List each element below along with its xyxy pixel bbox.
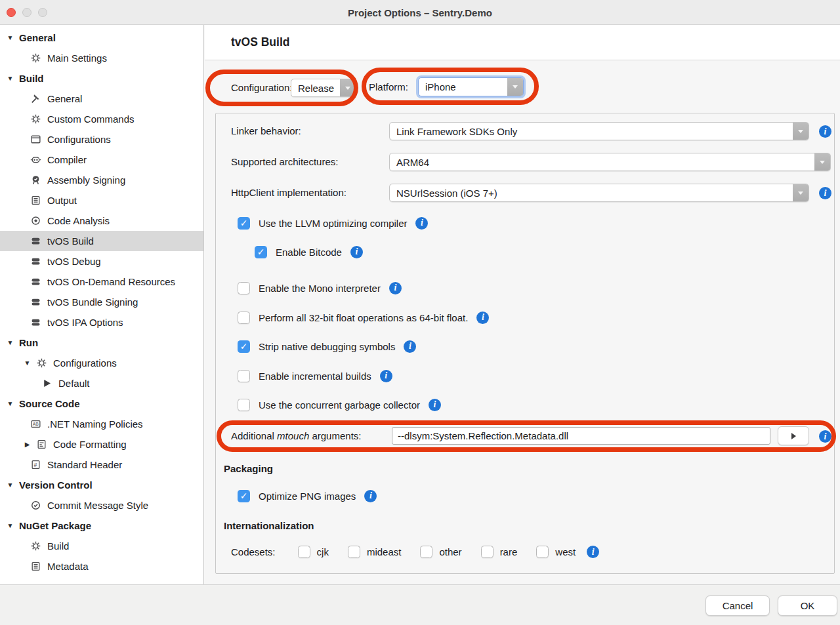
optimize-png-row: Optimize PNG images i [238,488,377,504]
sidebar-section-nuget-package[interactable]: ▼NuGet Package [0,515,203,536]
chevron-down-icon[interactable]: ▼ [7,339,14,346]
sidebar-item-tvos-build[interactable]: tvOS Build [0,231,203,251]
chevron-down-icon[interactable]: ▼ [7,400,14,407]
mtouch-arguments-label: Additional mtouch arguments: [231,430,361,443]
platform-dropdown[interactable]: iPhone [418,77,524,96]
sidebar-item-net-naming-policies[interactable]: .NET Naming Policies [0,414,203,434]
gear-icon [30,113,41,125]
sidebar-item-tvos-on-demand-resources[interactable]: tvOS On-Demand Resources [0,272,203,292]
info-icon[interactable]: i [429,399,441,411]
optimize-png-checkbox[interactable] [238,490,250,502]
stack-icon [30,235,41,247]
codeset-cjk-checkbox[interactable] [298,546,310,558]
ab-box-icon [30,418,41,430]
supported-architectures-label: Supported architectures: [231,155,338,169]
sidebar-item-tvos-debug[interactable]: tvOS Debug [0,251,203,272]
info-icon[interactable]: i [350,246,363,258]
chevron-down-icon [793,123,808,140]
mono-interpreter-checkbox[interactable] [238,282,250,294]
concurrent-gc-row: Use the concurrent garbage collector i [238,397,441,413]
sidebar-section-build[interactable]: ▼Build [0,68,203,89]
httpclient-implementation-dropdown[interactable]: NSUrlSession (iOS 7+) [389,184,809,202]
stack-icon [30,276,41,287]
badge-icon [30,174,41,186]
chevron-down-icon[interactable]: ▼ [7,34,14,41]
sidebar-item-compiler[interactable]: Compiler [0,150,203,170]
info-icon[interactable]: i [415,217,428,230]
sidebar-item-run-configurations[interactable]: ▼Configurations [0,353,203,373]
info-icon[interactable]: i [389,282,402,294]
codeset-west-checkbox[interactable] [536,546,549,558]
packaging-section-header: Packaging [224,463,273,474]
sidebar-section-run[interactable]: ▼Run [0,333,203,353]
sidebar-item-code-formatting[interactable]: ▶Code Formatting [0,434,203,454]
window-icon [30,134,41,145]
sidebar-item-commit-message-style[interactable]: Commit Message Style [0,495,203,515]
linker-behavior-dropdown[interactable]: Link Framework SDKs Only [389,122,809,140]
internationalization-section-header: Internationalization [224,520,314,531]
sidebar-item-main-settings[interactable]: Main Settings [0,48,203,68]
sidebar-item-code-analysis[interactable]: Code Analysis [0,211,203,231]
codeset-rare-checkbox[interactable] [481,546,494,558]
info-icon[interactable]: i [476,312,489,324]
chevron-down-icon[interactable]: ▼ [7,481,14,489]
sidebar-item-build-general[interactable]: General [0,89,203,109]
stack-icon [30,296,41,308]
info-icon[interactable]: i [380,370,392,382]
float-operations-row: Perform all 32-bit float operations as 6… [238,310,489,325]
mono-interpreter-row: Enable the Mono interpreter i [238,280,402,296]
play-icon [41,378,52,389]
sidebar-item-tvos-bundle-signing[interactable]: tvOS Bundle Signing [0,292,203,312]
stack-icon [30,256,41,267]
enable-bitcode-row: Enable Bitcode i [255,244,363,260]
info-icon[interactable]: i [819,430,831,443]
sidebar-item-standard-header[interactable]: Standard Header [0,454,203,475]
window-title: Project Options – Sentry.Demo [0,0,840,25]
chevron-right-icon[interactable]: ▶ [24,441,31,448]
sidebar-section-version-control[interactable]: ▼Version Control [0,475,203,495]
cancel-button[interactable]: Cancel [705,595,770,616]
chevron-down-icon [814,153,830,171]
configuration-label: Configuration: [231,81,292,94]
sidebar-item-custom-commands[interactable]: Custom Commands [0,109,203,129]
document-icon [30,561,41,572]
info-icon[interactable]: i [587,546,599,558]
float-operations-checkbox[interactable] [238,312,250,324]
doc-dash-icon [36,439,47,450]
sidebar-item-tvos-ipa-options[interactable]: tvOS IPA Options [0,312,203,333]
supported-architectures-dropdown[interactable]: ARM64 [389,153,831,171]
sidebar-section-source-code[interactable]: ▼Source Code [0,393,203,414]
sidebar-item-assembly-signing[interactable]: Assembly Signing [0,170,203,190]
chevron-down-icon[interactable]: ▼ [24,359,31,367]
gear-icon [30,540,41,552]
sidebar-item-output[interactable]: Output [0,190,203,211]
info-icon[interactable]: i [819,125,831,138]
info-icon[interactable]: i [404,340,416,353]
sidebar-item-nuget-build[interactable]: Build [0,536,203,556]
incremental-builds-checkbox[interactable] [238,370,250,382]
sidebar-item-run-default[interactable]: Default [0,373,203,393]
chevron-down-icon [340,79,356,96]
chevron-down-icon[interactable]: ▼ [7,522,14,529]
codesets-label: Codesets: [231,546,276,557]
info-icon[interactable]: i [364,490,377,502]
ok-button[interactable]: OK [778,595,837,616]
linker-behavior-label: Linker behavior: [231,125,301,138]
sidebar-section-general[interactable]: ▼General [0,28,203,48]
enable-bitcode-checkbox[interactable] [255,246,267,258]
info-icon[interactable]: i [819,187,831,199]
check-circle-icon [30,500,41,511]
concurrent-gc-checkbox[interactable] [238,399,250,411]
codeset-other-checkbox[interactable] [420,546,432,558]
configuration-dropdown[interactable]: Release [291,79,356,97]
chevron-down-icon[interactable]: ▼ [7,75,14,82]
mtouch-arguments-expand-button[interactable] [778,426,809,445]
robot-icon [30,154,41,165]
llvm-compiler-checkbox[interactable] [238,217,250,230]
sidebar-item-nuget-metadata[interactable]: Metadata [0,556,203,576]
codeset-mideast-checkbox[interactable] [348,546,360,558]
strip-symbols-checkbox[interactable] [238,340,250,353]
mtouch-arguments-input[interactable]: --dlsym:System.Reflection.Metadata.dll [392,427,770,445]
gear-icon [36,357,47,369]
sidebar-item-configurations[interactable]: Configurations [0,129,203,150]
